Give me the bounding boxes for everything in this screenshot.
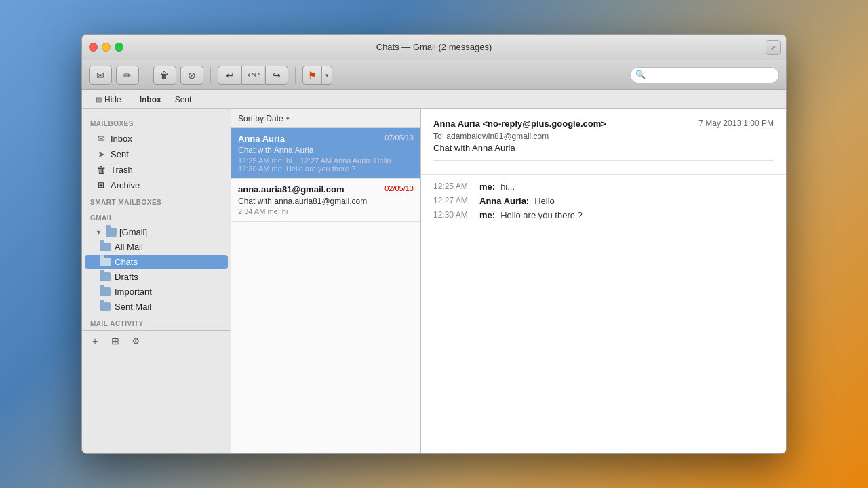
delete-button[interactable]: 🗑	[153, 66, 176, 85]
detail-body: 12:25 AM me: hi... 12:27 AM Anna Auria: …	[421, 175, 786, 453]
sort-bar[interactable]: Sort by Date ▾	[231, 109, 420, 128]
gmail-important-label: Important	[115, 287, 152, 297]
sort-label: Sort by Date	[238, 114, 283, 123]
inbox-icon: ✉	[96, 133, 106, 144]
gmail-section-label: GMAIL	[82, 209, 231, 224]
nav-tabs: Inbox Sent	[133, 94, 199, 106]
settings-button[interactable]: ⚙	[128, 333, 143, 348]
edit-button[interactable]: ✏	[116, 66, 139, 85]
chat-sender-2: Anna Auria:	[479, 196, 529, 206]
add-mailbox-button[interactable]: +	[87, 333, 102, 348]
hide-label: Hide	[104, 95, 121, 104]
reply-button[interactable]: ↩	[218, 66, 241, 85]
drafts-folder-icon	[100, 272, 111, 281]
disclosure-icon: ▼	[96, 229, 102, 236]
fullscreen-button[interactable]: ⤢	[766, 40, 781, 55]
search-box: 🔍	[630, 67, 779, 83]
smart-mailboxes-section-label: SMART MAILBOXES	[82, 193, 231, 209]
chat-sender-3: me:	[479, 210, 495, 220]
chat-text-2: Hello	[534, 196, 555, 206]
sidebar-item-trash[interactable]: 🗑 Trash	[85, 162, 228, 177]
message-date-2: 02/05/13	[384, 184, 414, 195]
detail-divider	[433, 160, 774, 161]
minimize-button[interactable]	[102, 43, 111, 52]
message-subject-2: Chat with anna.auria81@gmail.com	[238, 197, 414, 206]
message-subject-1: Chat with Anna Auria	[238, 146, 414, 155]
message-list: Anna Auria 07/05/13 Chat with Anna Auria…	[231, 128, 420, 453]
sidebar-archive-label: Archive	[111, 180, 140, 190]
tab-inbox[interactable]: Inbox	[133, 94, 168, 106]
separator-3	[295, 67, 296, 83]
chevron-down-icon: ▾	[326, 72, 329, 79]
search-input[interactable]	[630, 67, 779, 83]
archive-icon: ⊞	[96, 180, 106, 190]
gmail-chats-label: Chats	[115, 257, 138, 267]
gmail-parent-item[interactable]: ▼ [Gmail]	[85, 225, 228, 239]
mailboxes-section-label: MAILBOXES	[82, 115, 231, 130]
detail-subject: Chat with Anna Auria	[433, 143, 774, 153]
forward-button[interactable]: ↪	[265, 66, 288, 85]
gmail-item-allmail[interactable]: All Mail	[85, 240, 228, 254]
message-item-1[interactable]: Anna Auria 07/05/13 Chat with Anna Auria…	[231, 128, 420, 179]
junk-button[interactable]: ⊘	[180, 66, 203, 85]
reply-all-button[interactable]: ↩↩	[241, 66, 264, 85]
compose-button[interactable]: ✉	[89, 66, 112, 85]
message-list-pane: Sort by Date ▾ Anna Auria 07/05/13 Chat …	[231, 109, 421, 453]
sidebar-footer: + ⊞ ⚙	[82, 330, 231, 350]
message-date-1: 07/05/13	[384, 134, 414, 144]
detail-header: Anna Auria <no-reply@plus.google.com> 7 …	[421, 109, 786, 175]
chat-text-3: Hello are you there ?	[500, 210, 583, 220]
gmail-folder-icon	[106, 228, 117, 237]
gmail-parent-label: [Gmail]	[119, 227, 147, 237]
gmail-item-sentmail[interactable]: Sent Mail	[85, 300, 228, 314]
main-window: Chats — Gmail (2 messages) ⤢ ✉ ✏ 🗑 ⊘ ↩ ↩…	[81, 34, 787, 454]
sidebar-item-inbox[interactable]: ✉ Inbox	[85, 131, 228, 146]
hide-button[interactable]: ▤ Hide	[90, 94, 127, 106]
detail-pane: Anna Auria <no-reply@plus.google.com> 7 …	[421, 109, 786, 453]
gmail-item-drafts[interactable]: Drafts	[85, 270, 228, 284]
sent-icon: ➤	[96, 148, 106, 159]
reply-icon: ↩	[226, 70, 234, 81]
detail-from-row: Anna Auria <no-reply@plus.google.com> 7 …	[433, 119, 774, 129]
sentmail-folder-icon	[100, 302, 111, 311]
search-icon: 🔍	[635, 70, 646, 79]
sidebar: MAILBOXES ✉ Inbox ➤ Sent 🗑 Trash ⊞ Archi…	[82, 109, 231, 453]
toolbar: ✉ ✏ 🗑 ⊘ ↩ ↩↩ ↪ ⚑ ▾	[82, 60, 786, 90]
flag-icon: ⚑	[308, 70, 317, 81]
trash-sidebar-icon: 🗑	[96, 164, 106, 175]
gmail-drafts-label: Drafts	[115, 272, 138, 282]
gmail-item-important[interactable]: Important	[85, 285, 228, 299]
maximize-button[interactable]	[115, 43, 123, 52]
mail-activity-section-label: MAIL ACTIVITY	[82, 314, 231, 330]
tab-sent[interactable]: Sent	[168, 94, 199, 106]
junk-icon: ⊘	[188, 70, 196, 81]
message-sender-2: anna.auria81@gmail.com	[238, 184, 344, 195]
detail-to: To: adambaldwin81@gmail.com	[433, 131, 774, 141]
message-sender-1: Anna Auria	[238, 134, 285, 144]
gmail-item-chats[interactable]: Chats	[85, 255, 228, 269]
gmail-allmail-label: All Mail	[115, 242, 143, 252]
close-button[interactable]	[89, 43, 98, 52]
window-title: Chats — Gmail (2 messages)	[376, 42, 492, 52]
flag-dropdown-button[interactable]: ▾	[321, 66, 332, 85]
flag-button[interactable]: ⚑	[302, 66, 321, 85]
chat-sender-1: me:	[479, 182, 495, 192]
message-preview-2: 2:34 AM me: hi	[238, 207, 414, 216]
chat-line-1: 12:25 AM me: hi...	[433, 182, 774, 192]
important-folder-icon	[100, 287, 111, 296]
sidebar-toggle-icon: ▤	[96, 96, 102, 103]
flag-group: ⚑ ▾	[302, 66, 332, 85]
sidebar-item-archive[interactable]: ⊞ Archive	[85, 178, 228, 192]
message-item-2[interactable]: anna.auria81@gmail.com 02/05/13 Chat wit…	[231, 179, 420, 222]
chat-time-2: 12:27 AM	[433, 196, 474, 206]
message-header-1: Anna Auria 07/05/13	[238, 134, 414, 144]
chat-line-2: 12:27 AM Anna Auria: Hello	[433, 196, 774, 206]
chats-folder-icon	[100, 258, 111, 266]
detail-date: 7 May 2013 1:00 PM	[698, 119, 774, 128]
main-content: MAILBOXES ✉ Inbox ➤ Sent 🗑 Trash ⊞ Archi…	[82, 109, 786, 453]
secondary-toolbar: ▤ Hide Inbox Sent	[82, 90, 786, 109]
separator-2	[210, 67, 211, 83]
sidebar-item-sent[interactable]: ➤ Sent	[85, 146, 228, 161]
forward-icon: ↪	[273, 70, 281, 81]
folder-view-button[interactable]: ⊞	[108, 333, 123, 348]
